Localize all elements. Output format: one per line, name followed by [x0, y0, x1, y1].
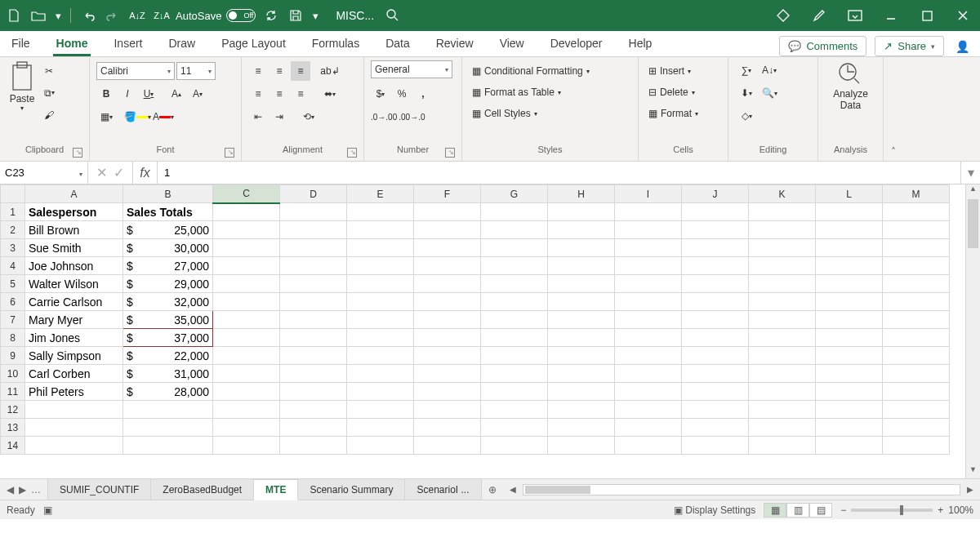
- page-break-view-icon[interactable]: ▤: [809, 503, 832, 518]
- cell[interactable]: [347, 221, 414, 239]
- cell[interactable]: [615, 383, 682, 401]
- autosave-toggle[interactable]: AutoSave Off: [176, 9, 256, 22]
- page-layout-view-icon[interactable]: ▥: [786, 503, 809, 518]
- row-header[interactable]: 3: [1, 239, 25, 257]
- vscroll-thumb[interactable]: [968, 199, 978, 248]
- hscroll-thumb[interactable]: [525, 486, 590, 494]
- collapse-ribbon-icon[interactable]: ˄: [884, 57, 903, 161]
- paste-button[interactable]: Paste ▾: [7, 60, 38, 112]
- cell[interactable]: [682, 221, 749, 239]
- redo-icon[interactable]: [104, 7, 122, 24]
- cell[interactable]: [883, 311, 950, 329]
- cell[interactable]: [749, 221, 816, 239]
- cell[interactable]: [280, 203, 347, 221]
- add-sheet-icon[interactable]: ⊕: [482, 479, 503, 500]
- cell[interactable]: [816, 275, 883, 293]
- cell[interactable]: Phil Peters: [25, 383, 123, 401]
- find-select-icon[interactable]: 🔍▾: [760, 83, 779, 103]
- cell[interactable]: [749, 329, 816, 347]
- cell[interactable]: [280, 383, 347, 401]
- qat-more-icon[interactable]: ▾: [311, 7, 319, 24]
- number-launcher-icon[interactable]: [445, 148, 455, 158]
- cell[interactable]: [213, 437, 280, 455]
- enter-formula-icon[interactable]: ✓: [114, 165, 124, 180]
- fill-icon[interactable]: ⬇▾: [737, 83, 756, 103]
- cell[interactable]: [347, 437, 414, 455]
- zoom-out-icon[interactable]: −: [840, 504, 846, 516]
- cell[interactable]: [548, 383, 615, 401]
- cell[interactable]: [615, 275, 682, 293]
- font-name-select[interactable]: Calibri: [96, 62, 175, 80]
- cell[interactable]: [682, 365, 749, 383]
- cancel-formula-icon[interactable]: ✕: [96, 165, 107, 180]
- cell[interactable]: Joe Johnson: [25, 257, 123, 275]
- cell[interactable]: [481, 329, 548, 347]
- cell[interactable]: [548, 221, 615, 239]
- cell[interactable]: [213, 311, 280, 329]
- cell[interactable]: [548, 329, 615, 347]
- cell[interactable]: [25, 437, 123, 455]
- sort-desc-icon[interactable]: Z↓A: [153, 7, 171, 24]
- tab-developer[interactable]: Developer: [547, 32, 606, 56]
- cell[interactable]: [883, 401, 950, 419]
- cell[interactable]: $30,000: [123, 239, 213, 257]
- align-bottom-icon[interactable]: ≡: [291, 61, 310, 81]
- cell[interactable]: [414, 221, 481, 239]
- cell[interactable]: [548, 347, 615, 365]
- conditional-formatting-button[interactable]: ▦Conditional Formatting▾: [469, 60, 593, 82]
- tab-data[interactable]: Data: [382, 32, 413, 56]
- merge-icon[interactable]: ⬌▾: [320, 84, 340, 104]
- cell[interactable]: [883, 419, 950, 437]
- decrease-indent-icon[interactable]: ⇤: [248, 107, 268, 127]
- cell[interactable]: [347, 311, 414, 329]
- sheet-table[interactable]: ABCDEFGHIJKLM1SalespersonSales Totals2Bi…: [0, 184, 950, 455]
- cell[interactable]: [749, 203, 816, 221]
- cell[interactable]: [123, 419, 213, 437]
- cell[interactable]: [213, 221, 280, 239]
- cell[interactable]: [682, 203, 749, 221]
- cell[interactable]: [816, 239, 883, 257]
- cell[interactable]: [213, 419, 280, 437]
- cell[interactable]: $31,000: [123, 365, 213, 383]
- copy-icon[interactable]: ⧉▾: [39, 83, 59, 103]
- cell[interactable]: [25, 401, 123, 419]
- cell[interactable]: [347, 401, 414, 419]
- cell[interactable]: [615, 437, 682, 455]
- refresh-icon[interactable]: [262, 7, 280, 24]
- cell[interactable]: [548, 419, 615, 437]
- column-header[interactable]: H: [548, 185, 615, 203]
- sheet-tab[interactable]: ScenarioI ...: [405, 479, 481, 500]
- cell[interactable]: [816, 203, 883, 221]
- cell[interactable]: [213, 347, 280, 365]
- cell[interactable]: $28,000: [123, 383, 213, 401]
- cell[interactable]: [481, 365, 548, 383]
- row-header[interactable]: 8: [1, 329, 25, 347]
- expand-formula-bar-icon[interactable]: ▾: [960, 162, 980, 184]
- sheet-tab[interactable]: SUMIF_COUNTIF: [48, 479, 151, 500]
- search-icon[interactable]: [385, 8, 399, 24]
- display-settings-button[interactable]: ▣ Display Settings: [674, 504, 755, 516]
- cell[interactable]: [414, 401, 481, 419]
- cell[interactable]: [414, 311, 481, 329]
- row-header[interactable]: 9: [1, 347, 25, 365]
- cell[interactable]: [749, 311, 816, 329]
- sheet-nav-prev-icon[interactable]: ◀: [7, 484, 14, 495]
- cell[interactable]: [280, 275, 347, 293]
- cell[interactable]: [883, 275, 950, 293]
- cell[interactable]: [347, 239, 414, 257]
- row-header[interactable]: 4: [1, 257, 25, 275]
- cell[interactable]: [883, 437, 950, 455]
- macro-record-icon[interactable]: ▣: [43, 504, 52, 516]
- select-all-corner[interactable]: [1, 185, 25, 203]
- cell[interactable]: [280, 437, 347, 455]
- decrease-font-icon[interactable]: A▾: [188, 84, 207, 104]
- autosum-icon[interactable]: ∑▾: [737, 60, 756, 80]
- cell[interactable]: [280, 419, 347, 437]
- column-header[interactable]: K: [749, 185, 816, 203]
- analyze-data-button[interactable]: Analyze Data: [831, 60, 870, 111]
- row-header[interactable]: 11: [1, 383, 25, 401]
- row-header[interactable]: 6: [1, 293, 25, 311]
- diamond-icon[interactable]: [771, 3, 795, 28]
- new-file-icon[interactable]: [5, 7, 23, 24]
- increase-indent-icon[interactable]: ⇥: [270, 107, 289, 127]
